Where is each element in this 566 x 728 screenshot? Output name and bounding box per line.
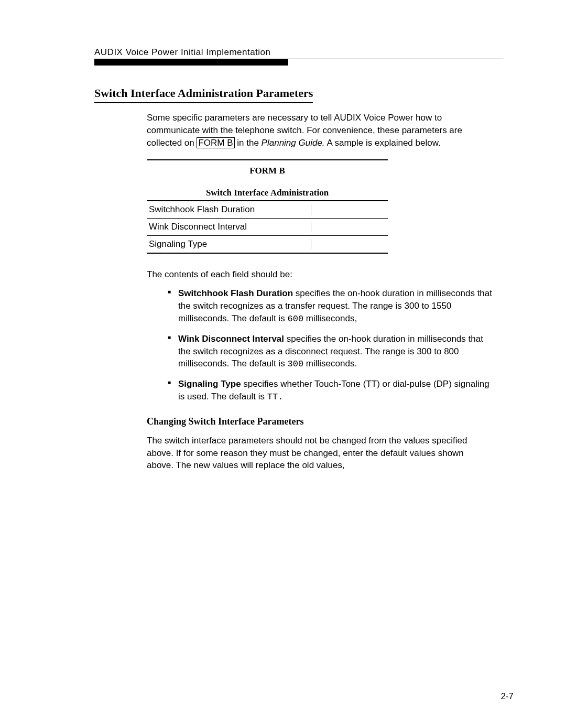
table-row: Switchhook Flash Duration xyxy=(147,201,388,219)
row-value xyxy=(311,219,388,236)
bullet-bold: Switchhook Flash Duration xyxy=(178,288,293,298)
bullet-mono: 600 xyxy=(288,314,304,324)
form-table-title: Switch Interface Administration xyxy=(147,188,388,198)
row-label: Wink Disconnect Interval xyxy=(147,219,311,236)
document-header: AUDIX Voice Power Initial Implementation xyxy=(94,47,503,59)
intro-text-2: in the xyxy=(235,138,262,148)
bullet-bold: Wink Disconnect Interval xyxy=(178,334,284,344)
form-b-title: FORM B xyxy=(147,166,388,176)
form-b-link[interactable]: FORM B xyxy=(197,137,234,148)
row-value xyxy=(311,201,388,219)
subsection-body: The switch interface parameters should n… xyxy=(147,434,493,472)
contents-intro: The contents of each field should be: xyxy=(147,269,514,280)
page-number: 2-7 xyxy=(500,691,514,702)
list-item: Wink Disconnect Interval specifies the o… xyxy=(168,333,493,371)
form-top-rule xyxy=(147,159,388,160)
table-row: Signaling Type xyxy=(147,236,388,254)
bullet-list: Switchhook Flash Duration specifies the … xyxy=(168,287,493,403)
row-label: Switchhook Flash Duration xyxy=(147,201,311,219)
header-bar xyxy=(94,59,288,66)
table-row: Wink Disconnect Interval xyxy=(147,219,388,236)
bullet-mono: TT. xyxy=(267,392,284,402)
bullet-text-b: milliseconds, xyxy=(303,313,357,323)
subsection-title: Changing Switch Interface Parameters xyxy=(147,416,514,427)
bullet-text-b: milliseconds. xyxy=(303,358,357,368)
intro-text-3: A sample is explained below. xyxy=(325,138,441,148)
form-block: FORM B Switch Interface Administration S… xyxy=(147,159,388,254)
bullet-bold: Signaling Type xyxy=(178,379,241,389)
list-item: Signaling Type specifies whether Touch-T… xyxy=(168,378,493,404)
row-label: Signaling Type xyxy=(147,236,311,254)
section-title: Switch Interface Administration Paramete… xyxy=(94,86,313,103)
list-item: Switchhook Flash Duration specifies the … xyxy=(168,287,493,325)
section-intro: Some specific parameters are necessary t… xyxy=(147,112,493,149)
header-title: AUDIX Voice Power Initial Implementation xyxy=(94,47,271,58)
bullet-mono: 300 xyxy=(288,359,304,369)
row-value xyxy=(311,236,388,254)
intro-italic: Planning Guide. xyxy=(262,138,325,148)
form-table: Switchhook Flash Duration Wink Disconnec… xyxy=(147,200,388,254)
